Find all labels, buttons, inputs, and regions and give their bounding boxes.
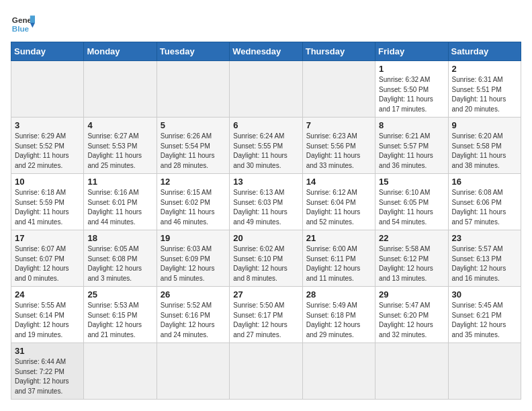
calendar-cell: 11Sunrise: 6:16 AM Sunset: 6:01 PM Dayli… xyxy=(84,174,157,230)
calendar-cell xyxy=(157,61,229,118)
calendar-cell: 1Sunrise: 6:32 AM Sunset: 5:50 PM Daylig… xyxy=(375,61,448,118)
day-info: Sunrise: 6:15 AM Sunset: 6:02 PM Dayligh… xyxy=(161,188,226,227)
calendar-cell: 12Sunrise: 6:15 AM Sunset: 6:02 PM Dayli… xyxy=(157,174,229,230)
calendar-cell xyxy=(230,61,302,118)
calendar-cell xyxy=(448,343,521,400)
day-info: Sunrise: 5:47 AM Sunset: 6:20 PM Dayligh… xyxy=(379,301,444,340)
day-info: Sunrise: 6:26 AM Sunset: 5:54 PM Dayligh… xyxy=(161,132,226,171)
day-info: Sunrise: 5:49 AM Sunset: 6:18 PM Dayligh… xyxy=(306,301,371,340)
day-info: Sunrise: 6:31 AM Sunset: 5:51 PM Dayligh… xyxy=(452,75,517,114)
svg-marker-3 xyxy=(30,23,35,28)
calendar-cell: 6Sunrise: 6:24 AM Sunset: 5:55 PM Daylig… xyxy=(230,118,302,174)
day-info: Sunrise: 6:18 AM Sunset: 5:59 PM Dayligh… xyxy=(15,188,80,227)
day-info: Sunrise: 6:05 AM Sunset: 6:08 PM Dayligh… xyxy=(87,244,152,283)
calendar-cell: 7Sunrise: 6:23 AM Sunset: 5:56 PM Daylig… xyxy=(302,118,375,174)
calendar-cell xyxy=(375,343,448,400)
col-header-saturday: Saturday xyxy=(448,42,521,61)
day-info: Sunrise: 6:03 AM Sunset: 6:09 PM Dayligh… xyxy=(161,244,226,283)
calendar-cell: 30Sunrise: 5:45 AM Sunset: 6:21 PM Dayli… xyxy=(448,287,521,343)
calendar-cell: 3Sunrise: 6:29 AM Sunset: 5:52 PM Daylig… xyxy=(11,118,84,174)
calendar-cell: 17Sunrise: 6:07 AM Sunset: 6:07 PM Dayli… xyxy=(11,230,84,287)
calendar-cell: 14Sunrise: 6:12 AM Sunset: 6:04 PM Dayli… xyxy=(302,174,375,230)
day-number: 7 xyxy=(306,120,371,130)
calendar-table: SundayMondayTuesdayWednesdayThursdayFrid… xyxy=(11,42,521,400)
day-number: 11 xyxy=(87,177,152,187)
day-info: Sunrise: 6:10 AM Sunset: 6:05 PM Dayligh… xyxy=(379,188,444,227)
day-number: 30 xyxy=(452,289,517,300)
day-number: 31 xyxy=(15,346,80,356)
day-number: 13 xyxy=(233,177,298,187)
calendar-cell: 20Sunrise: 6:02 AM Sunset: 6:10 PM Dayli… xyxy=(230,230,302,287)
day-info: Sunrise: 6:32 AM Sunset: 5:50 PM Dayligh… xyxy=(379,75,444,114)
day-number: 23 xyxy=(452,233,517,243)
day-info: Sunrise: 5:58 AM Sunset: 6:12 PM Dayligh… xyxy=(379,244,444,283)
calendar-cell: 21Sunrise: 6:00 AM Sunset: 6:11 PM Dayli… xyxy=(302,230,375,287)
col-header-monday: Monday xyxy=(84,42,157,61)
day-number: 16 xyxy=(452,177,517,187)
calendar-cell: 31Sunrise: 6:44 AM Sunset: 7:22 PM Dayli… xyxy=(11,343,84,400)
calendar-cell: 13Sunrise: 6:13 AM Sunset: 6:03 PM Dayli… xyxy=(230,174,302,230)
day-number: 17 xyxy=(15,233,80,243)
svg-text:Blue: Blue xyxy=(12,24,30,33)
svg-marker-2 xyxy=(30,15,35,23)
day-number: 18 xyxy=(87,233,152,243)
day-number: 4 xyxy=(87,120,152,130)
day-info: Sunrise: 5:57 AM Sunset: 6:13 PM Dayligh… xyxy=(452,244,517,283)
day-info: Sunrise: 6:20 AM Sunset: 5:58 PM Dayligh… xyxy=(452,132,517,171)
calendar-cell: 2Sunrise: 6:31 AM Sunset: 5:51 PM Daylig… xyxy=(448,61,521,118)
calendar-cell: 15Sunrise: 6:10 AM Sunset: 6:05 PM Dayli… xyxy=(375,174,448,230)
col-header-wednesday: Wednesday xyxy=(230,42,302,61)
day-number: 9 xyxy=(452,120,517,130)
day-info: Sunrise: 5:55 AM Sunset: 6:14 PM Dayligh… xyxy=(15,301,80,340)
day-info: Sunrise: 6:00 AM Sunset: 6:11 PM Dayligh… xyxy=(306,244,371,283)
col-header-tuesday: Tuesday xyxy=(157,42,229,61)
logo: General Blue xyxy=(11,11,35,35)
day-info: Sunrise: 6:27 AM Sunset: 5:53 PM Dayligh… xyxy=(87,132,152,171)
calendar-cell: 24Sunrise: 5:55 AM Sunset: 6:14 PM Dayli… xyxy=(11,287,84,343)
day-info: Sunrise: 6:07 AM Sunset: 6:07 PM Dayligh… xyxy=(15,244,80,283)
calendar-cell: 10Sunrise: 6:18 AM Sunset: 5:59 PM Dayli… xyxy=(11,174,84,230)
day-number: 20 xyxy=(233,233,298,243)
day-number: 1 xyxy=(379,64,444,74)
day-number: 26 xyxy=(161,289,226,300)
day-info: Sunrise: 6:08 AM Sunset: 6:06 PM Dayligh… xyxy=(452,188,517,227)
col-header-friday: Friday xyxy=(375,42,448,61)
header: General Blue xyxy=(11,11,521,35)
calendar-cell: 26Sunrise: 5:52 AM Sunset: 6:16 PM Dayli… xyxy=(157,287,229,343)
day-info: Sunrise: 5:50 AM Sunset: 6:17 PM Dayligh… xyxy=(233,301,298,340)
day-number: 14 xyxy=(306,177,371,187)
calendar-cell xyxy=(230,343,302,400)
day-number: 10 xyxy=(15,177,80,187)
day-number: 24 xyxy=(15,289,80,300)
day-number: 5 xyxy=(161,120,226,130)
day-info: Sunrise: 5:53 AM Sunset: 6:15 PM Dayligh… xyxy=(87,301,152,340)
day-number: 29 xyxy=(379,289,444,300)
calendar-cell xyxy=(84,343,157,400)
day-number: 6 xyxy=(233,120,298,130)
calendar-cell: 18Sunrise: 6:05 AM Sunset: 6:08 PM Dayli… xyxy=(84,230,157,287)
calendar-cell: 25Sunrise: 5:53 AM Sunset: 6:15 PM Dayli… xyxy=(84,287,157,343)
day-number: 2 xyxy=(452,64,517,74)
day-number: 25 xyxy=(87,289,152,300)
day-info: Sunrise: 5:52 AM Sunset: 6:16 PM Dayligh… xyxy=(161,301,226,340)
calendar-cell: 27Sunrise: 5:50 AM Sunset: 6:17 PM Dayli… xyxy=(230,287,302,343)
day-info: Sunrise: 6:44 AM Sunset: 7:22 PM Dayligh… xyxy=(15,357,80,396)
day-info: Sunrise: 6:12 AM Sunset: 6:04 PM Dayligh… xyxy=(306,188,371,227)
calendar-cell xyxy=(157,343,229,400)
day-number: 28 xyxy=(306,289,371,300)
day-info: Sunrise: 5:45 AM Sunset: 6:21 PM Dayligh… xyxy=(452,301,517,340)
calendar-cell: 28Sunrise: 5:49 AM Sunset: 6:18 PM Dayli… xyxy=(302,287,375,343)
day-info: Sunrise: 6:02 AM Sunset: 6:10 PM Dayligh… xyxy=(233,244,298,283)
day-number: 12 xyxy=(161,177,226,187)
day-number: 19 xyxy=(161,233,226,243)
calendar-cell: 23Sunrise: 5:57 AM Sunset: 6:13 PM Dayli… xyxy=(448,230,521,287)
day-info: Sunrise: 6:24 AM Sunset: 5:55 PM Dayligh… xyxy=(233,132,298,171)
calendar-cell: 19Sunrise: 6:03 AM Sunset: 6:09 PM Dayli… xyxy=(157,230,229,287)
day-info: Sunrise: 6:16 AM Sunset: 6:01 PM Dayligh… xyxy=(87,188,152,227)
calendar-cell: 5Sunrise: 6:26 AM Sunset: 5:54 PM Daylig… xyxy=(157,118,229,174)
calendar-cell xyxy=(302,61,375,118)
calendar-cell: 29Sunrise: 5:47 AM Sunset: 6:20 PM Dayli… xyxy=(375,287,448,343)
day-number: 27 xyxy=(233,289,298,300)
day-info: Sunrise: 6:29 AM Sunset: 5:52 PM Dayligh… xyxy=(15,132,80,171)
day-info: Sunrise: 6:21 AM Sunset: 5:57 PM Dayligh… xyxy=(379,132,444,171)
